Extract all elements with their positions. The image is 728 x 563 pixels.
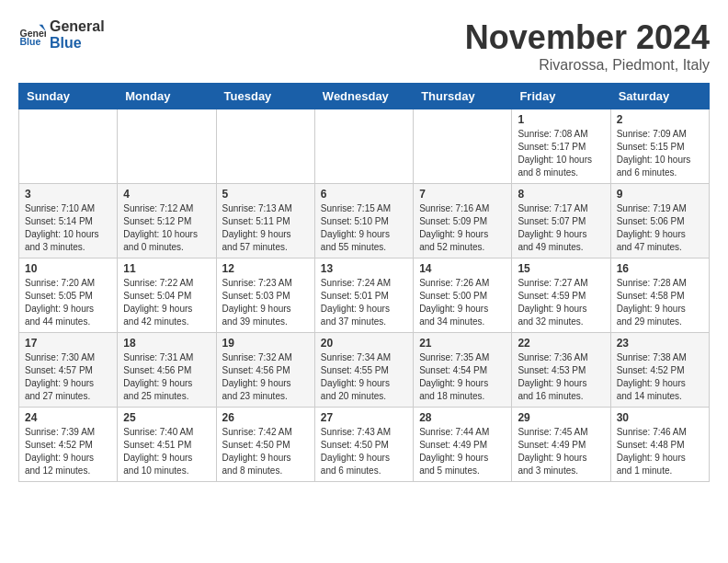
day-number: 17 <box>25 337 111 350</box>
calendar-cell: 13Sunrise: 7:24 AM Sunset: 5:01 PM Dayli… <box>314 259 413 333</box>
calendar-cell: 7Sunrise: 7:16 AM Sunset: 5:09 PM Daylig… <box>414 184 512 259</box>
day-number: 26 <box>222 411 309 424</box>
calendar-cell: 4Sunrise: 7:12 AM Sunset: 5:12 PM Daylig… <box>118 184 216 259</box>
day-number: 3 <box>25 188 111 201</box>
day-info: Sunrise: 7:27 AM Sunset: 4:59 PM Dayligh… <box>518 277 604 328</box>
calendar-cell: 19Sunrise: 7:32 AM Sunset: 4:56 PM Dayli… <box>216 333 314 408</box>
day-info: Sunrise: 7:46 AM Sunset: 4:48 PM Dayligh… <box>617 426 703 477</box>
day-info: Sunrise: 7:20 AM Sunset: 5:05 PM Dayligh… <box>25 277 111 328</box>
logo-blue: Blue <box>50 35 105 52</box>
calendar-cell: 20Sunrise: 7:34 AM Sunset: 4:55 PM Dayli… <box>314 333 413 408</box>
calendar-cell: 22Sunrise: 7:36 AM Sunset: 4:53 PM Dayli… <box>512 333 610 408</box>
day-number: 7 <box>419 188 506 201</box>
calendar-cell: 27Sunrise: 7:43 AM Sunset: 4:50 PM Dayli… <box>314 408 413 482</box>
calendar-cell: 10Sunrise: 7:20 AM Sunset: 5:05 PM Dayli… <box>19 259 118 333</box>
day-number: 29 <box>518 411 604 424</box>
calendar-cell: 24Sunrise: 7:39 AM Sunset: 4:52 PM Dayli… <box>19 408 118 482</box>
day-info: Sunrise: 7:32 AM Sunset: 4:56 PM Dayligh… <box>222 351 309 403</box>
calendar-week-row: 3Sunrise: 7:10 AM Sunset: 5:14 PM Daylig… <box>19 184 710 259</box>
weekday-header: Sunday <box>19 84 118 109</box>
location: Rivarossa, Piedmont, Italy <box>465 57 710 74</box>
day-info: Sunrise: 7:13 AM Sunset: 5:11 PM Dayligh… <box>222 202 309 254</box>
day-info: Sunrise: 7:17 AM Sunset: 5:07 PM Dayligh… <box>518 202 604 254</box>
day-info: Sunrise: 7:28 AM Sunset: 4:58 PM Dayligh… <box>617 277 703 328</box>
day-info: Sunrise: 7:38 AM Sunset: 4:52 PM Dayligh… <box>617 351 703 403</box>
weekday-header: Wednesday <box>314 84 413 109</box>
calendar-cell: 28Sunrise: 7:44 AM Sunset: 4:49 PM Dayli… <box>414 408 512 482</box>
calendar-cell: 9Sunrise: 7:19 AM Sunset: 5:06 PM Daylig… <box>610 184 709 259</box>
day-number: 4 <box>123 188 210 201</box>
logo: General Blue General Blue <box>18 18 105 52</box>
day-number: 28 <box>419 411 506 424</box>
day-number: 20 <box>321 337 407 350</box>
day-info: Sunrise: 7:08 AM Sunset: 5:17 PM Dayligh… <box>518 128 604 179</box>
day-number: 1 <box>518 113 604 126</box>
weekday-header: Saturday <box>610 84 709 109</box>
logo-general: General <box>50 18 105 35</box>
calendar-cell: 18Sunrise: 7:31 AM Sunset: 4:56 PM Dayli… <box>118 333 216 408</box>
day-number: 25 <box>123 411 210 424</box>
calendar-week-row: 24Sunrise: 7:39 AM Sunset: 4:52 PM Dayli… <box>19 408 710 482</box>
day-number: 2 <box>617 113 703 126</box>
calendar-cell: 8Sunrise: 7:17 AM Sunset: 5:07 PM Daylig… <box>512 184 610 259</box>
weekday-header: Thursday <box>414 84 512 109</box>
day-info: Sunrise: 7:43 AM Sunset: 4:50 PM Dayligh… <box>321 426 407 477</box>
weekday-header: Monday <box>118 84 216 109</box>
calendar-cell: 11Sunrise: 7:22 AM Sunset: 5:04 PM Dayli… <box>118 259 216 333</box>
calendar-cell: 21Sunrise: 7:35 AM Sunset: 4:54 PM Dayli… <box>414 333 512 408</box>
day-number: 19 <box>222 337 309 350</box>
day-info: Sunrise: 7:44 AM Sunset: 4:49 PM Dayligh… <box>419 426 506 477</box>
day-number: 18 <box>123 337 210 350</box>
day-number: 13 <box>321 262 407 275</box>
day-number: 23 <box>617 337 703 350</box>
calendar-cell: 15Sunrise: 7:27 AM Sunset: 4:59 PM Dayli… <box>512 259 610 333</box>
day-info: Sunrise: 7:40 AM Sunset: 4:51 PM Dayligh… <box>123 426 210 477</box>
day-number: 22 <box>518 337 604 350</box>
day-info: Sunrise: 7:31 AM Sunset: 4:56 PM Dayligh… <box>123 351 210 403</box>
day-number: 12 <box>222 262 309 275</box>
calendar-week-row: 1Sunrise: 7:08 AM Sunset: 5:17 PM Daylig… <box>19 109 710 184</box>
calendar-cell: 1Sunrise: 7:08 AM Sunset: 5:17 PM Daylig… <box>512 109 610 184</box>
day-number: 30 <box>617 411 703 424</box>
day-number: 14 <box>419 262 506 275</box>
calendar-cell: 12Sunrise: 7:23 AM Sunset: 5:03 PM Dayli… <box>216 259 314 333</box>
calendar-cell: 5Sunrise: 7:13 AM Sunset: 5:11 PM Daylig… <box>216 184 314 259</box>
day-info: Sunrise: 7:42 AM Sunset: 4:50 PM Dayligh… <box>222 426 309 477</box>
calendar-week-row: 10Sunrise: 7:20 AM Sunset: 5:05 PM Dayli… <box>19 259 710 333</box>
day-info: Sunrise: 7:12 AM Sunset: 5:12 PM Dayligh… <box>123 202 210 254</box>
day-number: 5 <box>222 188 309 201</box>
month-title: November 2024 <box>465 18 710 57</box>
calendar-week-row: 17Sunrise: 7:30 AM Sunset: 4:57 PM Dayli… <box>19 333 710 408</box>
weekday-header-row: SundayMondayTuesdayWednesdayThursdayFrid… <box>19 84 710 109</box>
day-number: 8 <box>518 188 604 201</box>
day-info: Sunrise: 7:30 AM Sunset: 4:57 PM Dayligh… <box>25 351 111 403</box>
day-info: Sunrise: 7:19 AM Sunset: 5:06 PM Dayligh… <box>617 202 703 254</box>
day-number: 9 <box>617 188 703 201</box>
day-info: Sunrise: 7:45 AM Sunset: 4:49 PM Dayligh… <box>518 426 604 477</box>
day-info: Sunrise: 7:39 AM Sunset: 4:52 PM Dayligh… <box>25 426 111 477</box>
calendar-cell: 25Sunrise: 7:40 AM Sunset: 4:51 PM Dayli… <box>118 408 216 482</box>
calendar-cell: 26Sunrise: 7:42 AM Sunset: 4:50 PM Dayli… <box>216 408 314 482</box>
title-area: November 2024 Rivarossa, Piedmont, Italy <box>465 18 710 74</box>
calendar-cell: 17Sunrise: 7:30 AM Sunset: 4:57 PM Dayli… <box>19 333 118 408</box>
day-number: 16 <box>617 262 703 275</box>
day-info: Sunrise: 7:10 AM Sunset: 5:14 PM Dayligh… <box>25 202 111 254</box>
calendar-cell <box>118 109 216 184</box>
day-number: 21 <box>419 337 506 350</box>
weekday-header: Friday <box>512 84 610 109</box>
calendar-cell: 16Sunrise: 7:28 AM Sunset: 4:58 PM Dayli… <box>610 259 709 333</box>
calendar-cell: 6Sunrise: 7:15 AM Sunset: 5:10 PM Daylig… <box>314 184 413 259</box>
day-info: Sunrise: 7:36 AM Sunset: 4:53 PM Dayligh… <box>518 351 604 403</box>
calendar-cell <box>414 109 512 184</box>
calendar-cell: 30Sunrise: 7:46 AM Sunset: 4:48 PM Dayli… <box>610 408 709 482</box>
calendar-cell <box>19 109 118 184</box>
calendar-cell: 29Sunrise: 7:45 AM Sunset: 4:49 PM Dayli… <box>512 408 610 482</box>
calendar-cell <box>216 109 314 184</box>
day-info: Sunrise: 7:15 AM Sunset: 5:10 PM Dayligh… <box>321 202 407 254</box>
page-header: General Blue General Blue November 2024 … <box>18 18 710 74</box>
day-info: Sunrise: 7:34 AM Sunset: 4:55 PM Dayligh… <box>321 351 407 403</box>
calendar-cell <box>314 109 413 184</box>
calendar-table: SundayMondayTuesdayWednesdayThursdayFrid… <box>18 83 710 482</box>
logo-icon: General Blue <box>18 21 46 49</box>
day-number: 27 <box>321 411 407 424</box>
